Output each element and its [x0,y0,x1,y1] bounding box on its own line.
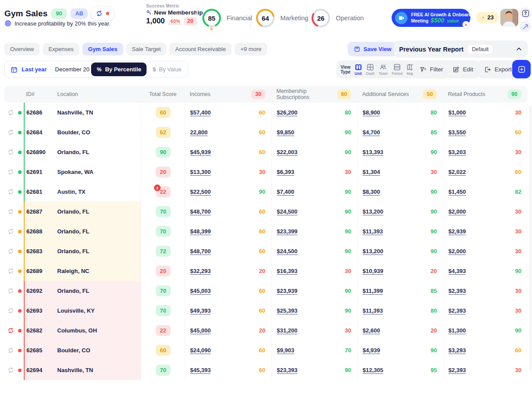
metric-value-link[interactable]: $48,700 [190,248,211,255]
save-view-button[interactable]: Save View [348,42,397,56]
tab--9-more[interactable]: +9 more [235,43,267,55]
metric-value-link[interactable]: $4,700 [363,129,380,136]
tab-account-receivable[interactable]: Account Receivable [169,43,231,55]
table-row[interactable]: 626890 Orlando, FL 90 $45,939 60 $22,003… [4,142,528,162]
help-button[interactable]: ? [520,7,531,19]
refresh-icon[interactable] [7,367,14,373]
metric-value-link[interactable]: $2,393 [448,307,466,314]
refresh-icon[interactable] [96,10,103,17]
refresh-icon[interactable] [7,288,14,294]
close-icon[interactable]: × [462,21,470,28]
user-avatar[interactable] [500,9,518,27]
metric-value-link[interactable]: $48,399 [190,228,211,235]
metric-value-link[interactable]: $24,500 [277,248,297,255]
promo-banner[interactable]: FREE AI Growth & Onboarding Meeting $500… [392,9,470,27]
table-row[interactable]: 62683 Orlando, FL 72 $48,700 60 $24,500 … [4,241,528,261]
vertical-scrollbar[interactable] [529,106,531,370]
metric-value-link[interactable]: $1,450 [448,188,466,195]
chevron-up-icon[interactable] [516,46,522,52]
metric-value-link[interactable]: $24,090 [190,347,211,354]
metric-value-link[interactable]: $7,400 [277,188,294,195]
metric-value-link[interactable]: $48,700 [190,208,211,215]
metric-value-link[interactable]: $8,300 [363,188,380,195]
metric-value-link[interactable]: $1,000 [448,109,466,116]
header-location[interactable]: Location [57,91,141,97]
view-type-team[interactable]: Team [378,63,388,76]
metric-value-link[interactable]: $45,393 [190,367,211,373]
table-row[interactable]: 62694 Nashville, TN 70 $45,393 60 $23,39… [4,360,528,380]
report-selector[interactable]: Previous Year Report Default [394,41,528,58]
table-row[interactable]: 62682 Columbus, OH 22 $45,000 20 $31,200… [4,321,528,340]
metric-value-link[interactable]: $3,550 [448,129,466,136]
table-row[interactable]: 62689 Raleigh, NC 20 $32,293 20 $16,393 … [4,261,528,281]
tab-expenses[interactable]: Expenses [43,43,79,55]
refresh-icon[interactable] [7,129,14,136]
tab-sale-target[interactable]: Sale Target [126,43,167,55]
metric-value-link[interactable]: $13,200 [363,208,383,215]
refresh-icon[interactable] [7,149,14,155]
metric-value-link[interactable]: $6,393 [277,169,294,175]
metric-value-link[interactable]: $2,393 [448,288,466,294]
metric-value-link[interactable]: $45,000 [190,327,211,334]
view-type-dash[interactable]: Dash [366,63,375,76]
metric-value-link[interactable]: $2,600 [363,327,380,334]
metric-value-link[interactable]: $1,300 [448,327,466,334]
table-row[interactable]: 62692 Orlando, FL 70 $45,003 60 $23,939 … [4,281,528,301]
metric-value-link[interactable]: $10,939 [363,268,383,274]
metric-value-link[interactable]: $45,939 [190,149,211,155]
metric-value-link[interactable]: $23,399 [277,228,297,235]
edit-button[interactable]: Edit [446,60,480,78]
header-additional-services[interactable]: Additional Services 50 [357,89,443,99]
toggle-by-percentile[interactable]: % By Percentile [91,63,147,76]
refresh-icon[interactable] [7,228,14,235]
refresh-icon[interactable] [7,109,14,116]
refresh-icon[interactable] [7,169,14,175]
metric-value-link[interactable]: $23,939 [277,288,297,294]
refresh-icon[interactable] [7,188,14,195]
energy-badge[interactable]: ⚡ 23 [477,12,499,23]
metric-value-link[interactable]: $13,200 [363,248,383,255]
metric-value-link[interactable]: $13,393 [363,149,383,155]
add-view-button[interactable] [512,60,531,78]
metric-value-link[interactable]: $11,393 [363,228,383,235]
metric-value-link[interactable]: $24,500 [277,208,297,215]
tab-overview[interactable]: Overview [4,43,40,55]
metric-value-link[interactable]: $16,393 [277,268,297,274]
metric-value-link[interactable]: $4,393 [448,268,466,274]
metric-value-link[interactable]: $8,900 [363,109,380,116]
view-type-unit[interactable]: Unit [355,63,362,76]
metric-value-link[interactable]: $1,304 [363,169,380,175]
metric-value-link[interactable]: $23,393 [277,367,297,373]
refresh-icon[interactable] [7,327,14,334]
metric-value-link[interactable]: 22,800 [190,129,208,136]
metric-value-link[interactable]: $45,003 [190,288,211,294]
header-id[interactable]: ID# [24,91,57,97]
table-row[interactable]: 62688 Orlando, FL 70 $48,399 60 $23,399 … [4,221,528,241]
metric-value-link[interactable]: $11,399 [363,288,383,294]
metric-value-link[interactable]: $9,903 [277,347,294,354]
metric-value-link[interactable]: $2,000 [448,248,466,255]
header-membership-subscriptions[interactable]: Membership Subscriptions 60 [272,88,357,100]
metric-value-link[interactable]: $4,939 [363,347,380,354]
metric-value-link[interactable]: $22,500 [190,188,211,195]
date-range-picker[interactable]: Last year December 2024 [4,61,102,78]
metric-value-link[interactable]: $13,300 [190,169,211,175]
table-row[interactable]: 62686 Nashville, TN 60 $57,400 60 $26,20… [4,103,528,122]
metric-value-link[interactable]: $2,939 [448,228,466,235]
sync-status-card[interactable] [92,7,114,20]
metric-value-link[interactable]: $12,305 [363,367,383,373]
table-row[interactable]: 62685 Boulder, CO 60 $24,090 60 $9,903 7… [4,340,528,360]
table-row[interactable]: 62681 Austin, TX 2 22 $22,500 90 $7,400 … [4,182,528,202]
metric-value-link[interactable]: $11,393 [363,307,383,314]
metric-value-link[interactable]: $25,393 [277,307,297,314]
metric-value-link[interactable]: $2,000 [448,208,466,215]
table-row[interactable]: 62691 Spokane, WA 20 $13,300 30 $6,393 3… [4,162,528,182]
metric-value-link[interactable]: $32,293 [190,268,211,274]
refresh-icon[interactable] [7,347,14,354]
metric-value-link[interactable]: $3,203 [448,149,466,155]
metric-value-link[interactable]: $3,293 [448,347,466,354]
header-retail-products[interactable]: Retail Products 90 [443,89,528,99]
toggle-by-value[interactable]: $ By Value [147,63,187,76]
table-row[interactable]: 62693 Louisville, KY 70 $49,393 60 $25,3… [4,301,528,321]
view-type-period[interactable]: Period [392,63,403,76]
